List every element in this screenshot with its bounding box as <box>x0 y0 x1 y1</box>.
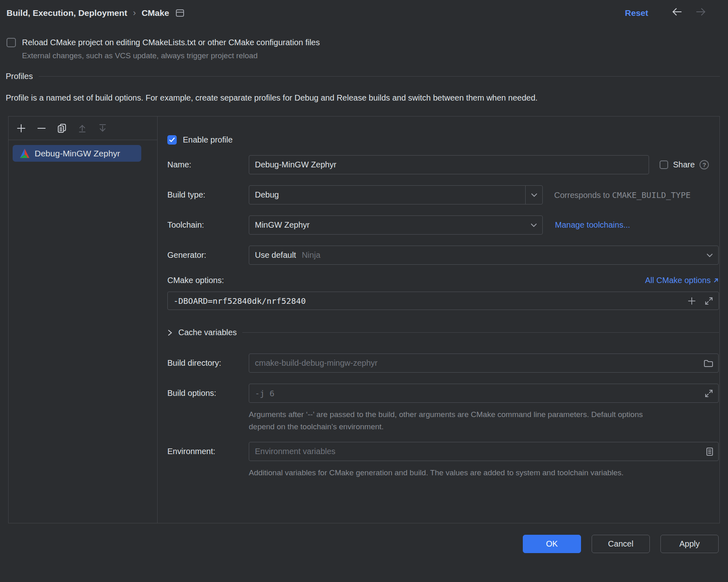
manage-toolchains-link[interactable]: Manage toolchains... <box>555 220 630 230</box>
help-icon[interactable]: ? <box>699 160 709 169</box>
forward-arrow-icon[interactable] <box>695 7 707 19</box>
header-actions: Reset <box>625 7 707 19</box>
all-cmake-options-link[interactable]: All CMake options <box>645 276 719 285</box>
external-link-icon <box>713 277 719 283</box>
share-label: Share <box>673 160 695 169</box>
reload-cmake-label: Reload CMake project on editing CMakeLis… <box>22 38 320 47</box>
chevron-right-icon: › <box>133 8 136 18</box>
profiles-list-panel: Debug-MinGW Zephyr <box>9 116 158 523</box>
toolchain-label: Toolchain: <box>167 220 249 230</box>
share-checkbox[interactable] <box>660 160 668 169</box>
profile-list-item-label: Debug-MinGW Zephyr <box>35 149 120 158</box>
expand-icon[interactable] <box>704 389 713 398</box>
build-directory-label: Build directory: <box>167 358 249 368</box>
profiles-section-header: Profiles <box>6 72 720 81</box>
profiles-editor: Debug-MinGW Zephyr Enable profile Name: … <box>8 116 720 523</box>
ok-button[interactable]: OK <box>523 535 581 553</box>
apply-button[interactable]: Apply <box>660 535 719 553</box>
reload-cmake-checkbox[interactable] <box>7 38 16 47</box>
cmake-options-input[interactable] <box>167 292 719 310</box>
profiles-section-title: Profiles <box>6 72 33 81</box>
profile-form: Enable profile Name: Share ? Build type:… <box>158 116 721 523</box>
environment-label: Environment: <box>167 447 249 456</box>
enable-profile-checkbox[interactable] <box>167 135 177 145</box>
cmake-options-label: CMake options: <box>167 276 224 285</box>
build-type-note: Corresponds to CMAKE_BUILD_TYPE <box>554 190 691 200</box>
expand-icon[interactable] <box>704 296 713 305</box>
reload-cmake-hint: External changes, such as VCS update, al… <box>22 51 728 60</box>
window-icon <box>175 9 184 17</box>
section-divider <box>39 76 720 77</box>
profiles-list: Debug-MinGW Zephyr <box>9 140 157 167</box>
build-options-input[interactable] <box>249 384 719 403</box>
build-directory-input[interactable] <box>249 354 719 373</box>
move-up-icon[interactable] <box>77 123 88 134</box>
dialog-footer: OK Cancel Apply <box>0 535 728 553</box>
generator-label: Generator: <box>167 250 249 260</box>
toolchain-select[interactable]: MinGW Zephyr <box>249 215 543 235</box>
build-type-value: Debug <box>255 190 279 200</box>
move-down-icon[interactable] <box>97 123 108 134</box>
profile-list-item[interactable]: Debug-MinGW Zephyr <box>13 145 141 162</box>
plus-icon[interactable] <box>16 123 26 134</box>
name-input[interactable] <box>249 155 649 174</box>
reload-cmake-block: Reload CMake project on editing CMakeLis… <box>7 38 728 60</box>
cancel-button[interactable]: Cancel <box>592 535 650 553</box>
profiles-toolbar <box>9 116 157 140</box>
chevron-down-icon <box>525 216 542 234</box>
cmake-icon <box>19 148 30 159</box>
build-options-label: Build options: <box>167 389 249 398</box>
build-type-select[interactable]: Debug <box>249 185 543 204</box>
folder-icon[interactable] <box>704 359 713 367</box>
minus-icon[interactable] <box>36 123 47 134</box>
build-type-label: Build type: <box>167 190 249 200</box>
environment-hint: Additional variables for CMake generatio… <box>249 467 674 479</box>
toolchain-value: MinGW Zephyr <box>255 220 309 230</box>
reset-button[interactable]: Reset <box>625 8 648 18</box>
profiles-description: Profile is a named set of build options.… <box>6 92 629 104</box>
breadcrumb: Build, Execution, Deployment › CMake <box>7 8 184 18</box>
breadcrumb-root[interactable]: Build, Execution, Deployment <box>7 8 127 18</box>
name-label: Name: <box>167 160 249 169</box>
chevron-right-icon <box>167 329 173 337</box>
variables-list-icon[interactable] <box>706 447 713 456</box>
chevron-down-icon <box>525 186 542 204</box>
settings-header: Build, Execution, Deployment › CMake Res… <box>0 0 728 19</box>
build-options-hint: Arguments after ‘--’ are passed to the b… <box>249 408 662 433</box>
cache-variables-toggle[interactable]: Cache variables <box>167 328 719 337</box>
back-arrow-icon[interactable] <box>671 7 683 19</box>
add-option-icon[interactable] <box>687 296 696 305</box>
generator-select[interactable]: Use default Ninja <box>249 246 719 265</box>
generator-default-hint: Ninja <box>302 250 320 260</box>
environment-input[interactable] <box>249 442 719 461</box>
breadcrumb-current: CMake <box>142 8 169 18</box>
cache-variables-label: Cache variables <box>178 328 237 337</box>
generator-value: Use default <box>255 250 296 260</box>
copy-icon[interactable] <box>57 123 67 134</box>
enable-profile-label: Enable profile <box>183 135 232 145</box>
chevron-down-icon <box>701 246 718 264</box>
section-divider <box>242 332 719 333</box>
